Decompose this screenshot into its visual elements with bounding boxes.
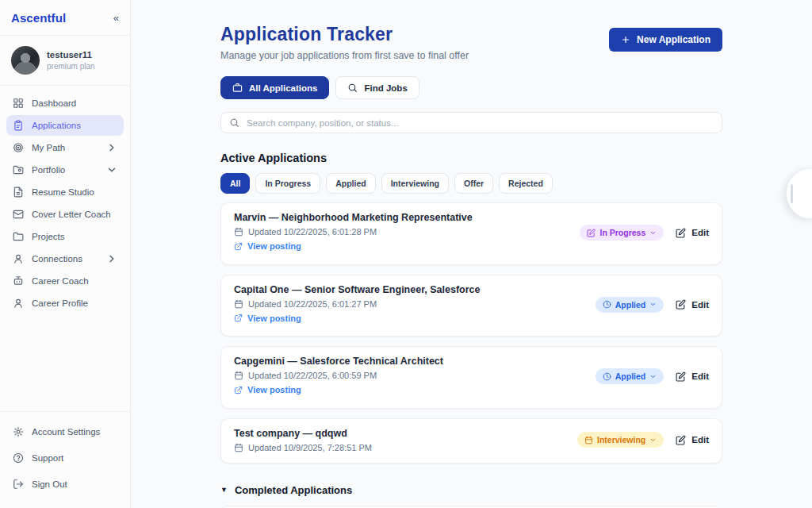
application-updated: Updated 10/22/2025, 6:00:59 PM <box>234 371 443 380</box>
search-box <box>220 112 722 133</box>
chevron-down-icon <box>649 229 657 237</box>
edit-button[interactable]: Edit <box>676 371 709 382</box>
external-link-icon <box>234 242 243 251</box>
search-icon <box>229 117 239 128</box>
sidebar-collapse-icon[interactable]: « <box>113 13 119 23</box>
edit-icon <box>676 435 686 445</box>
collapse-triangle-icon: ▼ <box>220 486 228 494</box>
sidebar-footer-item-sign-out[interactable]: Sign Out <box>6 472 124 496</box>
application-card: Capgemini — Salesforce Technical Archite… <box>220 346 722 409</box>
view-posting-link[interactable]: View posting <box>234 314 301 323</box>
briefcase-icon <box>232 83 243 93</box>
clock-icon <box>603 300 611 309</box>
tab-all-applications[interactable]: All Applications <box>220 76 329 99</box>
chevron-down-icon <box>106 164 117 175</box>
sidebar-header: Ascentful « <box>0 0 130 36</box>
application-card: Marvin — Neighborhood Marketing Represen… <box>220 202 722 265</box>
application-title: Capgemini — Salesforce Technical Archite… <box>234 356 443 367</box>
external-link-icon <box>234 386 243 394</box>
sidebar-item-projects[interactable]: Projects <box>6 226 124 247</box>
filter-pill-applied[interactable]: Applied <box>326 173 376 194</box>
view-posting-link[interactable]: View posting <box>234 385 301 394</box>
sidebar-item-applications[interactable]: Applications <box>6 115 124 136</box>
sidebar-item-dashboard[interactable]: Dashboard <box>6 93 124 114</box>
view-tabs: All ApplicationsFind Jobs <box>220 76 722 99</box>
chevron-down-icon <box>649 301 657 308</box>
edit-button[interactable]: Edit <box>676 299 709 310</box>
app-logo: Ascentful <box>11 11 66 25</box>
application-card: Capital One — Senior Software Engineer, … <box>220 275 722 337</box>
completed-applications-list: Home Depot — Senior Software Engineer- S… <box>220 506 722 508</box>
application-title: Test company — qdqwd <box>234 428 372 439</box>
sidebar-item-career-coach[interactable]: Career Coach <box>6 271 124 291</box>
sign-out-icon <box>13 479 24 490</box>
application-updated: Updated 10/9/2025, 7:28:51 PM <box>234 443 372 452</box>
new-application-button[interactable]: New Application <box>609 28 722 52</box>
tab-find-jobs[interactable]: Find Jobs <box>335 76 419 99</box>
sidebar-nav: Dashboard Applications My Path Portfolio… <box>0 86 130 411</box>
calendar-icon <box>234 371 243 380</box>
user-profile[interactable]: testuser11 premium plan <box>0 36 130 86</box>
filter-pill-offer[interactable]: Offer <box>454 173 493 194</box>
edit-icon <box>676 228 686 238</box>
status-badge[interactable]: Interviewing <box>577 432 664 448</box>
user-plan: premium plan <box>47 61 95 71</box>
completed-applications-heading: Completed Applications <box>235 484 352 496</box>
sidebar: Ascentful « testuser11 premium plan Dash… <box>0 0 131 508</box>
chevron-right-icon <box>106 253 117 264</box>
application-card: Test company — qdqwd Updated 10/9/2025, … <box>220 418 722 464</box>
sidebar-item-career-profile[interactable]: Career Profile <box>6 293 124 314</box>
active-applications-heading: Active Applications <box>220 152 722 164</box>
status-badge[interactable]: In Progress <box>580 225 664 241</box>
status-badge[interactable]: Applied <box>596 368 665 384</box>
career-profile-icon <box>13 298 24 309</box>
settings-icon <box>13 426 24 437</box>
calendar-icon <box>234 227 243 237</box>
support-icon <box>13 452 24 464</box>
filter-pill-rejected[interactable]: Rejected <box>499 173 553 194</box>
sidebar-footer-item-support[interactable]: Support <box>6 446 124 470</box>
projects-icon <box>13 231 24 242</box>
resume-studio-icon <box>13 187 24 198</box>
filter-pill-interviewing[interactable]: Interviewing <box>381 173 449 194</box>
filter-pill-all[interactable]: All <box>220 173 250 194</box>
portfolio-icon <box>13 164 24 175</box>
edit-icon <box>676 371 686 382</box>
application-title: Capital One — Senior Software Engineer, … <box>234 284 481 295</box>
completed-applications-toggle[interactable]: ▼ Completed Applications <box>220 484 722 496</box>
status-filters: AllIn ProgressAppliedInterviewingOfferRe… <box>220 173 722 194</box>
chevron-right-icon <box>106 142 117 153</box>
application-title: Marvin — Neighborhood Marketing Represen… <box>234 212 473 223</box>
dashboard-icon <box>13 98 24 109</box>
active-applications-list: Marvin — Neighborhood Marketing Represen… <box>220 202 722 464</box>
filter-pill-in-progress[interactable]: In Progress <box>255 173 320 194</box>
external-link-icon <box>234 314 243 322</box>
sidebar-item-my-path[interactable]: My Path <box>6 137 124 158</box>
sidebar-footer: Account Settings Support Sign Out <box>0 411 130 508</box>
connections-icon <box>13 253 24 264</box>
search-input[interactable] <box>247 118 714 128</box>
applications-icon <box>13 120 24 131</box>
page-title: Application Tracker <box>220 24 469 45</box>
view-posting-link[interactable]: View posting <box>234 241 301 251</box>
sidebar-item-cover-letter-coach[interactable]: Cover Letter Coach <box>6 204 124 225</box>
sidebar-footer-item-account-settings[interactable]: Account Settings <box>6 420 124 444</box>
calendar-icon <box>584 436 593 444</box>
sidebar-item-connections[interactable]: Connections <box>6 248 124 269</box>
edit-button[interactable]: Edit <box>676 228 709 238</box>
edit-button[interactable]: Edit <box>676 435 709 445</box>
application-updated: Updated 10/22/2025, 6:01:27 PM <box>234 299 481 309</box>
chevron-down-icon <box>649 437 657 444</box>
avatar <box>11 46 40 75</box>
search-icon <box>347 83 358 93</box>
status-badge[interactable]: Applied <box>596 297 665 313</box>
application-updated: Updated 10/22/2025, 6:01:28 PM <box>234 227 473 237</box>
sidebar-item-resume-studio[interactable]: Resume Studio <box>6 182 124 202</box>
clock-icon <box>603 372 611 381</box>
career-coach-icon <box>13 275 24 287</box>
sidebar-item-portfolio[interactable]: Portfolio <box>6 160 124 180</box>
application-card: Home Depot — Senior Software Engineer- S… <box>220 506 722 508</box>
cover-letter-icon <box>13 209 24 220</box>
page-subtitle: Manage your job applications from first … <box>220 50 469 61</box>
user-name: testuser11 <box>47 49 95 61</box>
